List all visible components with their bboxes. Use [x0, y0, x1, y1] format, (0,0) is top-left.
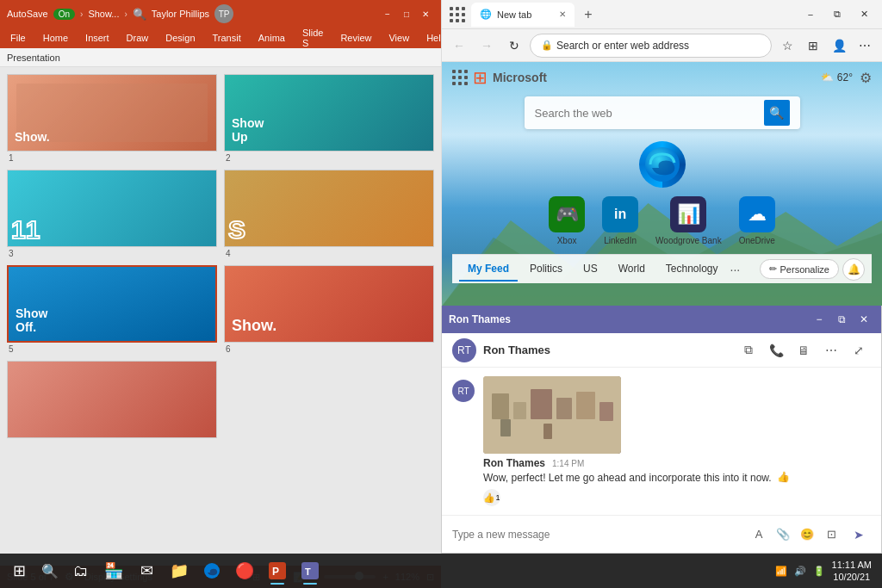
teams-taskbar-icon: T — [301, 562, 319, 579]
feed-tab-politics[interactable]: Politics — [521, 257, 571, 282]
taskbar-search-button[interactable]: 🔍 — [36, 557, 64, 585]
taskbar-mail[interactable]: ✉ — [131, 555, 162, 586]
ppt-menubar: File Home Insert Draw Design Transit Ani… — [0, 28, 441, 48]
ppt-minimize-button[interactable]: − — [379, 5, 396, 22]
menu-anima[interactable]: Anima — [255, 31, 289, 45]
search-box[interactable]: 🔍 — [525, 96, 800, 129]
slide-3[interactable]: 11 — [7, 170, 217, 247]
chat-image-svg — [483, 376, 621, 454]
autosave-toggle[interactable]: On — [53, 9, 75, 20]
feed-tabs: My Feed Politics US World Technology ···… — [452, 254, 872, 283]
taskbar-time[interactable]: 11:11 AM 10/20/21 — [832, 559, 872, 584]
menu-transit[interactable]: Transit — [209, 31, 245, 45]
pencil-icon: ✏ — [769, 263, 777, 275]
slide-1[interactable]: Show. — [7, 74, 217, 152]
screen-share-button[interactable]: 🖥 — [792, 338, 816, 362]
svg-rect-10 — [500, 419, 511, 436]
address-bar[interactable]: 🔒 Search or enter web address — [530, 34, 772, 58]
network-icon[interactable]: 📶 — [775, 566, 787, 577]
teams-minimize-button[interactable]: − — [809, 309, 829, 330]
personalize-button[interactable]: ✏ Personalize — [760, 259, 839, 279]
feed-tab-technology[interactable]: Technology — [657, 257, 727, 282]
feed-tab-myfeed[interactable]: My Feed — [459, 257, 518, 282]
taskbar-teams[interactable]: T — [295, 555, 326, 586]
menu-review[interactable]: Review — [337, 31, 375, 45]
menu-draw[interactable]: Draw — [123, 31, 152, 45]
gif-tool[interactable]: ⊡ — [821, 524, 842, 545]
taskbar-edge[interactable] — [196, 555, 227, 586]
app-icon-xbox[interactable]: 🎮 Xbox — [549, 196, 585, 245]
grid-dots — [450, 7, 465, 22]
search-input[interactable] — [535, 107, 757, 120]
chat-time: 1:14 PM — [552, 459, 584, 468]
new-tab-button[interactable]: + — [578, 4, 599, 25]
show-button[interactable]: Show... — [88, 9, 119, 19]
edge-restore-button[interactable]: ⧉ — [824, 2, 850, 28]
attach-tool[interactable]: 📎 — [773, 524, 793, 545]
edge-close-button[interactable]: ✕ — [851, 2, 877, 28]
microsoft-logo-area: ⊞ Microsoft — [452, 67, 547, 88]
slide-6[interactable]: Show. — [224, 265, 434, 343]
send-button[interactable]: ➤ — [847, 523, 871, 547]
taskbar-store[interactable]: 🏪 — [98, 555, 129, 586]
compose-input[interactable] — [452, 529, 743, 541]
taskbar-unknown-red[interactable]: 🔴 — [229, 555, 260, 586]
search-icon[interactable]: 🔍 — [133, 8, 146, 21]
menu-home[interactable]: Home — [40, 31, 71, 45]
edge-minimize-button[interactable]: − — [798, 2, 823, 28]
slide-5[interactable]: ShowOff. — [7, 265, 217, 343]
collections-icon[interactable]: ⊞ — [801, 34, 825, 58]
taskbar-folder[interactable]: 📁 — [164, 555, 195, 586]
volume-icon[interactable]: 🔊 — [794, 566, 806, 577]
forward-button[interactable]: → — [475, 34, 499, 58]
teams-close-button[interactable]: ✕ — [854, 309, 874, 330]
feed-tab-us[interactable]: US — [575, 257, 606, 282]
menu-file[interactable]: File — [7, 31, 29, 45]
app-icon-onedrive[interactable]: ☁ OneDrive — [739, 196, 775, 245]
search-button[interactable]: 🔍 — [764, 100, 790, 126]
slide-2[interactable]: ShowUp — [224, 74, 434, 152]
more-options-button[interactable]: ⋯ — [819, 338, 843, 362]
taskbar-powerpoint[interactable]: P — [262, 555, 293, 586]
slide-7[interactable] — [7, 361, 217, 438]
teams-restore-button[interactable]: ⧉ — [831, 309, 852, 330]
ppt-close-button[interactable]: ✕ — [417, 5, 434, 22]
format-tool[interactable]: A — [748, 524, 769, 545]
chat-reaction-area: 👍1 — [483, 489, 871, 506]
slide-4[interactable]: S — [224, 170, 434, 247]
feed-tab-world[interactable]: World — [610, 257, 654, 282]
refresh-button[interactable]: ↻ — [502, 34, 526, 58]
chat-message-line: Wow, perfect! Let me go ahead and incorp… — [483, 471, 871, 486]
xbox-label: Xbox — [557, 236, 577, 245]
settings-gear-icon[interactable]: ⚙ — [860, 70, 872, 86]
svg-rect-8 — [576, 392, 595, 419]
grid-apps-icon[interactable] — [452, 70, 468, 85]
app-icon-linkedin[interactable]: in LinkedIn — [602, 196, 638, 245]
chat-reaction[interactable]: 👍1 — [483, 489, 500, 506]
emoji-tool[interactable]: 😊 — [797, 524, 817, 545]
favorites-icon[interactable]: ☆ — [775, 34, 799, 58]
feed-tab-more[interactable]: ··· — [730, 263, 741, 276]
edge-sidebar-icon[interactable] — [447, 4, 468, 25]
battery-icon[interactable]: 🔋 — [813, 566, 825, 577]
menu-insert[interactable]: Insert — [82, 31, 113, 45]
profile-icon[interactable]: 👤 — [827, 34, 851, 58]
copy-action-button[interactable]: ⧉ — [736, 338, 761, 362]
menu-slides[interactable]: Slide S — [299, 26, 326, 50]
taskbar-file-explorer[interactable]: 🗂 — [65, 555, 96, 586]
nt-content: ⊞ Microsoft ⛅ 62° ⚙ 🔍 — [442, 62, 882, 288]
open-button[interactable]: ⤢ — [847, 338, 871, 362]
edge-tab-newtab[interactable]: 🌐 New tab ✕ — [471, 3, 575, 27]
slide-3-text: 11 — [11, 217, 40, 243]
menu-design[interactable]: Design — [162, 31, 198, 45]
app-icon-woodgrove[interactable]: 📊 Woodgrove Bank — [655, 196, 722, 245]
call-action-button[interactable]: 📞 — [764, 338, 788, 362]
tab-close-button[interactable]: ✕ — [559, 9, 566, 19]
start-button[interactable]: ⊞ — [3, 555, 34, 586]
ppt-maximize-button[interactable]: □ — [398, 5, 415, 22]
menu-view[interactable]: View — [385, 31, 413, 45]
notifications-bell-button[interactable]: 🔔 — [842, 258, 865, 281]
settings-more-icon[interactable]: ⋯ — [853, 34, 877, 58]
chat-avatar: RT — [452, 380, 475, 402]
back-button[interactable]: ← — [447, 34, 471, 58]
